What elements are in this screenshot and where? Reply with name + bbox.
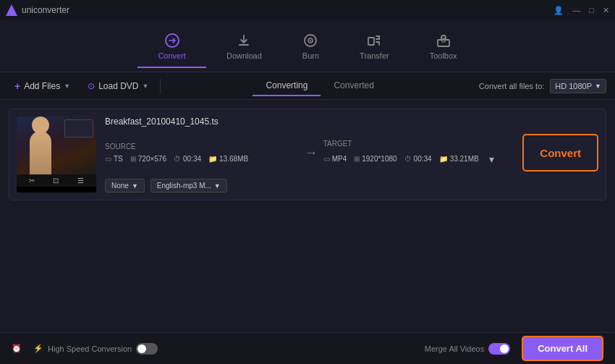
target-size-item: 📁 33.21MB bbox=[439, 155, 479, 163]
target-resolution-icon: ⊞ bbox=[354, 155, 360, 163]
toolbox-nav-label: Toolbox bbox=[430, 51, 457, 60]
source-size-item: 📁 13.68MB bbox=[208, 155, 248, 163]
audio-label: English-mp3 M... bbox=[157, 182, 211, 190]
minimize-icon[interactable]: — bbox=[572, 6, 580, 14]
target-size: 33.21MB bbox=[450, 155, 479, 163]
tabs-area: Converting Converted bbox=[166, 76, 472, 96]
subtitle-none-label: None bbox=[111, 182, 129, 190]
download-nav-icon bbox=[236, 33, 252, 48]
nav-item-burn[interactable]: Burn bbox=[282, 25, 339, 67]
high-speed-toggle-knob bbox=[137, 344, 146, 353]
file-info: Breakfast_20100410_1045.ts Source ▭ TS ⊞… bbox=[105, 117, 598, 192]
convert-all-button[interactable]: Convert All bbox=[522, 336, 603, 361]
convert-nav-icon bbox=[164, 33, 180, 48]
download-nav-label: Download bbox=[226, 51, 262, 60]
status-bar: ⏰ ⚡ High Speed Conversion Merge All Vide… bbox=[0, 332, 615, 364]
source-box: Source ▭ TS ⊞ 720×576 ⏱ 00:34 bbox=[105, 143, 299, 163]
subtitle-dropdown-icon: ▼ bbox=[132, 182, 138, 190]
toolbox-nav-icon bbox=[436, 33, 451, 48]
merge-label: Merge All Videos bbox=[425, 344, 484, 353]
source-duration-icon: ⏱ bbox=[174, 155, 181, 163]
target-format-icon: ▭ bbox=[323, 155, 330, 163]
nav-item-toolbox[interactable]: Toolbox bbox=[410, 25, 478, 67]
burn-nav-icon bbox=[302, 33, 318, 48]
target-box: Target ▭ MP4 ⊞ 1920*1080 ⏱ 00:34 bbox=[323, 140, 517, 166]
high-speed-item: ⚡ High Speed Conversion bbox=[33, 343, 158, 355]
convert-nav-label: Convert bbox=[158, 51, 186, 60]
close-icon[interactable]: ✕ bbox=[603, 6, 609, 15]
source-size: 13.68MB bbox=[219, 155, 248, 163]
file-card: ✂ ⊡ ☰ Breakfast_20100410_1045.ts Source … bbox=[9, 109, 606, 200]
source-duration-item: ⏱ 00:34 bbox=[174, 155, 201, 163]
source-format-icon: ▭ bbox=[105, 155, 111, 163]
subtitle-row: None ▼ English-mp3 M... ▼ bbox=[105, 179, 598, 192]
audio-select[interactable]: English-mp3 M... ▼ bbox=[150, 179, 227, 192]
title-bar: uniconverter 👤 — □ ✕ bbox=[0, 0, 615, 20]
title-bar-controls: 👤 — □ ✕ bbox=[554, 6, 609, 15]
convert-button[interactable]: Convert bbox=[522, 134, 598, 172]
merge-item: Merge All Videos bbox=[425, 343, 510, 355]
source-meta-row: ▭ TS ⊞ 720×576 ⏱ 00:34 📁 bbox=[105, 155, 299, 163]
add-files-button[interactable]: + Add Files ▼ bbox=[9, 77, 76, 95]
trim-icon[interactable]: ✂ bbox=[29, 177, 35, 185]
file-thumbnail: ✂ ⊡ ☰ bbox=[17, 117, 96, 192]
timer-icon: ⏰ bbox=[12, 344, 22, 353]
tab-converting[interactable]: Converting bbox=[253, 76, 321, 96]
subtitle-select[interactable]: None ▼ bbox=[105, 179, 145, 192]
target-resolution-item: ⊞ 1920*1080 bbox=[354, 155, 396, 163]
maximize-icon[interactable]: □ bbox=[589, 6, 594, 14]
svg-rect-5 bbox=[438, 40, 449, 46]
crop-icon[interactable]: ⊡ bbox=[53, 177, 59, 185]
target-settings-button[interactable]: ▾ bbox=[486, 152, 497, 166]
merge-toggle-knob bbox=[500, 344, 509, 353]
target-meta-row: ▭ MP4 ⊞ 1920*1080 ⏱ 00:34 📁 bbox=[323, 152, 517, 166]
effects-icon[interactable]: ☰ bbox=[77, 177, 84, 185]
target-duration-icon: ⏱ bbox=[404, 155, 412, 163]
nav-item-download[interactable]: Download bbox=[206, 25, 282, 67]
main-content: ✂ ⊡ ☰ Breakfast_20100410_1045.ts Source … bbox=[0, 100, 615, 332]
target-label: Target bbox=[323, 140, 517, 148]
load-dvd-label: Load DVD bbox=[98, 81, 138, 91]
target-resolution: 1920*1080 bbox=[362, 155, 396, 163]
nav-item-transfer[interactable]: Transfer bbox=[339, 25, 410, 67]
nav-item-convert[interactable]: Convert bbox=[137, 25, 206, 67]
target-format: MP4 bbox=[332, 155, 347, 163]
add-files-dropdown-icon: ▼ bbox=[64, 82, 70, 90]
status-left: ⏰ ⚡ High Speed Conversion bbox=[12, 343, 158, 355]
source-target-row: Source ▭ TS ⊞ 720×576 ⏱ 00:34 bbox=[105, 134, 598, 172]
format-dropdown-icon: ▼ bbox=[595, 82, 601, 90]
user-icon[interactable]: 👤 bbox=[554, 6, 564, 15]
toolbar-separator bbox=[160, 79, 161, 93]
source-duration: 00:34 bbox=[183, 155, 201, 163]
source-resolution-item: ⊞ 720×576 bbox=[130, 155, 166, 163]
nav-bar: Convert Download Burn bbox=[0, 20, 615, 72]
thumbnail-controls: ✂ ⊡ ☰ bbox=[17, 174, 96, 187]
transfer-nav-icon bbox=[366, 33, 382, 48]
transfer-nav-label: Transfer bbox=[360, 51, 389, 60]
status-right: Merge All Videos Convert All bbox=[425, 336, 603, 361]
source-format: TS bbox=[114, 155, 123, 163]
thumbnail-image bbox=[17, 117, 96, 174]
format-select[interactable]: HD 1080P ▼ bbox=[550, 79, 606, 93]
svg-rect-4 bbox=[368, 38, 374, 45]
app-title: uniconverter bbox=[22, 5, 69, 15]
convert-all-to: Convert all files to: HD 1080P ▼ bbox=[479, 79, 606, 93]
load-dvd-icon: ⊙ bbox=[88, 81, 95, 91]
app-logo-icon bbox=[6, 4, 17, 16]
source-resolution: 720×576 bbox=[138, 155, 166, 163]
target-duration: 00:34 bbox=[414, 155, 432, 163]
title-bar-left: uniconverter bbox=[6, 4, 69, 16]
target-size-icon: 📁 bbox=[439, 155, 448, 163]
load-dvd-button[interactable]: ⊙ Load DVD ▼ bbox=[82, 78, 154, 94]
timer-item: ⏰ bbox=[12, 344, 22, 353]
merge-toggle[interactable] bbox=[488, 343, 510, 355]
source-resolution-icon: ⊞ bbox=[130, 155, 136, 163]
high-speed-toggle[interactable] bbox=[136, 343, 158, 355]
svg-point-3 bbox=[310, 40, 311, 41]
audio-dropdown-icon: ▼ bbox=[214, 182, 221, 190]
convert-arrow-icon: → bbox=[305, 145, 318, 161]
tab-converted[interactable]: Converted bbox=[321, 76, 386, 96]
file-name: Breakfast_20100410_1045.ts bbox=[105, 117, 598, 127]
add-files-label: Add Files bbox=[24, 81, 60, 91]
convert-all-to-label: Convert all files to: bbox=[479, 82, 544, 90]
